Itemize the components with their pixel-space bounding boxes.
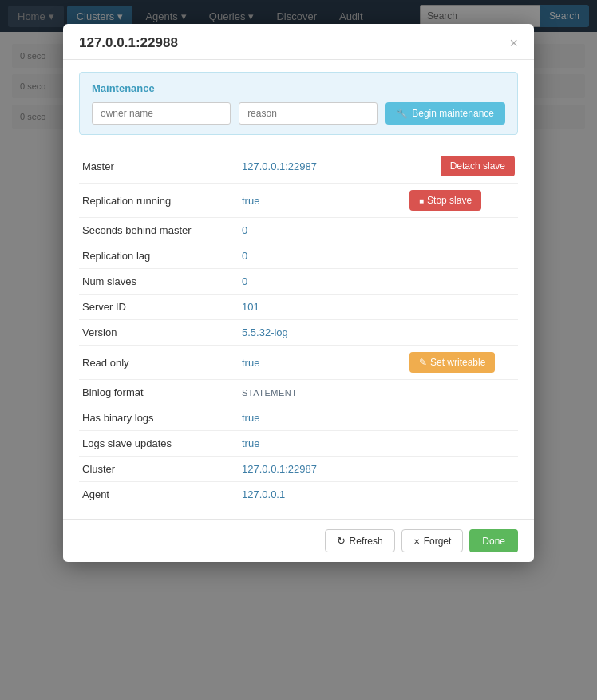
field-label: Seconds behind master <box>79 218 239 243</box>
table-row: Master 127.0.0.1:22987 Detach slave <box>79 149 518 184</box>
field-value: 127.0.0.1 <box>239 482 406 508</box>
refresh-button[interactable]: Refresh <box>325 529 395 552</box>
field-action <box>406 482 518 508</box>
stop-slave-button[interactable]: Stop slave <box>409 190 481 211</box>
table-row: Replication running true Stop slave <box>79 184 518 218</box>
table-row: Version 5.5.32-log <box>79 320 518 346</box>
modal-close-button[interactable]: × <box>509 36 518 50</box>
field-label: Has binary logs <box>79 405 239 431</box>
forget-button[interactable]: Forget <box>401 529 464 552</box>
refresh-icon <box>337 535 346 547</box>
field-value: 5.5.32-log <box>239 320 406 346</box>
field-label: Num slaves <box>79 269 239 295</box>
field-label: Server ID <box>79 295 239 320</box>
field-label: Replication running <box>79 184 239 218</box>
field-value: 0 <box>239 243 406 269</box>
field-value: 0 <box>239 218 406 243</box>
field-label: Agent <box>79 482 239 508</box>
field-value: 0 <box>239 269 406 295</box>
set-writeable-button[interactable]: Set writeable <box>409 352 495 373</box>
field-value: true <box>239 405 406 431</box>
wrench-icon <box>397 108 408 119</box>
maintenance-label: Maintenance <box>92 82 505 94</box>
field-label: Read only <box>79 346 239 380</box>
modal-title: 127.0.0.1:22988 <box>79 35 178 51</box>
field-action <box>406 405 518 431</box>
field-label: Logs slave updates <box>79 431 239 457</box>
field-label: Version <box>79 320 239 346</box>
maintenance-section: Maintenance Begin maintenance <box>79 72 518 135</box>
field-action: Detach slave <box>406 149 518 184</box>
field-label: Replication lag <box>79 243 239 269</box>
field-value: true <box>239 184 406 218</box>
maintenance-form: Begin maintenance <box>92 102 505 125</box>
info-table: Master 127.0.0.1:22987 Detach slave Repl… <box>79 149 518 507</box>
modal-overlay: 127.0.0.1:22988 × Maintenance Begin main… <box>0 0 597 700</box>
table-row: Seconds behind master 0 <box>79 218 518 243</box>
table-row: Server ID 101 <box>79 295 518 320</box>
reason-input[interactable] <box>239 102 378 125</box>
table-row: Binlog format STATEMENT <box>79 380 518 405</box>
field-action <box>406 457 518 482</box>
modal-footer: Refresh Forget Done <box>63 519 534 562</box>
detach-slave-button[interactable]: Detach slave <box>441 156 515 176</box>
table-row: Replication lag 0 <box>79 243 518 269</box>
field-value: true <box>239 346 406 380</box>
field-value: STATEMENT <box>239 380 406 405</box>
table-row: Has binary logs true <box>79 405 518 431</box>
pencil-icon <box>419 357 427 368</box>
x-icon <box>413 536 420 547</box>
field-action <box>406 269 518 295</box>
table-row: Logs slave updates true <box>79 431 518 457</box>
field-action <box>406 380 518 405</box>
owner-name-input[interactable] <box>92 102 231 125</box>
field-action <box>406 218 518 243</box>
stop-icon <box>419 195 424 206</box>
done-button[interactable]: Done <box>469 529 518 552</box>
field-label: Binlog format <box>79 380 239 405</box>
field-value: 127.0.0.1:22987 <box>239 149 406 184</box>
field-action <box>406 243 518 269</box>
field-value: 101 <box>239 295 406 320</box>
begin-maintenance-button[interactable]: Begin maintenance <box>385 102 505 125</box>
field-label: Master <box>79 149 239 184</box>
field-action: Set writeable <box>406 346 518 380</box>
modal: 127.0.0.1:22988 × Maintenance Begin main… <box>63 24 534 562</box>
table-row: Read only true Set writeable <box>79 346 518 380</box>
field-action: Stop slave <box>406 184 518 218</box>
field-value: true <box>239 431 406 457</box>
field-label: Cluster <box>79 457 239 482</box>
table-row: Num slaves 0 <box>79 269 518 295</box>
field-action <box>406 320 518 346</box>
table-row: Agent 127.0.0.1 <box>79 482 518 508</box>
field-value: 127.0.0.1:22987 <box>239 457 406 482</box>
modal-body: Maintenance Begin maintenance Master <box>63 60 534 519</box>
field-action <box>406 431 518 457</box>
modal-header: 127.0.0.1:22988 × <box>63 24 534 60</box>
field-action <box>406 295 518 320</box>
table-row: Cluster 127.0.0.1:22987 <box>79 457 518 482</box>
